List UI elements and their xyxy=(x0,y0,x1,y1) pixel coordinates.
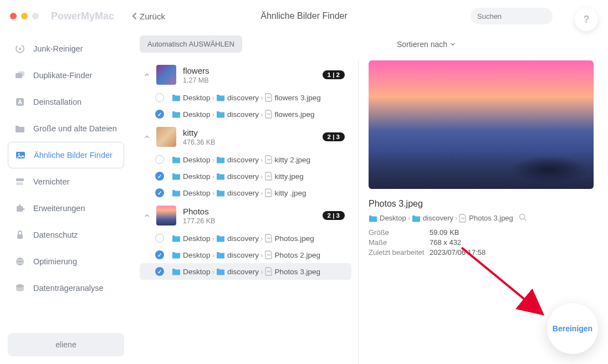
sidebar-item-extensions[interactable]: Erweiterungen xyxy=(8,195,124,222)
group-header[interactable]: Photos 177.26 KB 2 | 3 xyxy=(140,201,351,230)
svg-rect-5 xyxy=(18,71,24,76)
file-row[interactable]: Desktop›discovery›kitty.jpeg xyxy=(140,168,351,184)
file-checkbox[interactable] xyxy=(155,250,164,259)
file-checkbox[interactable] xyxy=(155,155,164,164)
path-segment: discovery xyxy=(227,268,259,276)
file-icon xyxy=(265,234,273,243)
sidebar-item-junk-cleaner[interactable]: Junk-Reiniger xyxy=(8,35,124,62)
group-info: kitty 476.36 KB xyxy=(183,128,323,146)
crumb-separator: › xyxy=(212,268,215,276)
folder-icon xyxy=(172,94,181,101)
file-row[interactable]: Desktop›discovery›kitty .jpeg xyxy=(140,184,351,201)
back-label: Zurück xyxy=(140,12,165,21)
path-segment: discovery xyxy=(423,214,453,222)
detail-metadata: Größe 59.09 KB Maße 768 x 432 Zuletzt be… xyxy=(369,228,594,257)
path-segment: Desktop xyxy=(183,251,211,259)
crumb-separator: › xyxy=(260,110,263,119)
crumb-separator: › xyxy=(212,94,215,102)
file-name: kitty .jpeg xyxy=(275,189,306,197)
file-checkbox[interactable] xyxy=(155,188,164,197)
chevron-up-icon[interactable] xyxy=(142,71,152,78)
back-button[interactable]: Zurück xyxy=(132,12,165,21)
sidebar-item-optimization[interactable]: Optimierung xyxy=(8,248,124,275)
group-badge: 2 | 3 xyxy=(323,211,345,220)
sidebar-item-label: Junk-Reiniger xyxy=(33,44,83,53)
folder-icon xyxy=(216,156,225,163)
sidebar-item-label: Deinstallation xyxy=(33,98,81,106)
file-name: Photos.jpeg xyxy=(275,234,314,243)
results-list[interactable]: flowers 1.27 MB 1 | 2Desktop›discovery›f… xyxy=(140,60,351,364)
crumb-separator: › xyxy=(212,251,215,259)
sidebar: Junk-Reiniger Duplikate-Finder A Deinsta… xyxy=(0,32,132,364)
user-account-button[interactable]: eliene xyxy=(8,333,124,356)
file-checkbox[interactable] xyxy=(155,110,164,119)
svg-point-16 xyxy=(16,258,24,265)
traffic-lights xyxy=(10,13,39,19)
sidebar-item-disk-analysis[interactable]: Datenträgeranalyse xyxy=(8,275,124,301)
search-box[interactable] xyxy=(471,8,553,24)
file-checkbox[interactable] xyxy=(155,234,164,243)
chevron-up-icon[interactable] xyxy=(142,212,152,219)
sidebar-item-shredder[interactable]: Vernichter xyxy=(8,168,124,195)
file-row[interactable]: Desktop›discovery›flowers 3.jpeg xyxy=(140,89,351,106)
path-segment: Photos 3.jpeg xyxy=(469,214,513,222)
file-checkbox[interactable] xyxy=(155,93,164,102)
group-size: 177.26 KB xyxy=(183,217,323,225)
auto-select-button[interactable]: Automatisch AUSWÄHLEN xyxy=(140,35,242,53)
chevron-left-icon xyxy=(132,12,137,20)
detail-filename: Photos 3.jpeg xyxy=(369,199,594,209)
path-segment: discovery xyxy=(227,172,259,181)
file-name: kitty 2.jpeg xyxy=(275,156,311,164)
gauge-icon xyxy=(14,43,25,54)
svg-point-9 xyxy=(18,153,20,155)
toolbar: Automatisch AUSWÄHLEN Sortieren nach xyxy=(132,35,608,60)
file-row[interactable]: Desktop›discovery›kitty 2.jpeg xyxy=(140,151,351,168)
file-row[interactable]: Desktop›discovery›Photos.jpeg xyxy=(140,230,351,247)
sidebar-item-similar-images[interactable]: Ähnliche Bilder Finder xyxy=(8,142,124,168)
sidebar-item-privacy[interactable]: Datenschutz xyxy=(8,222,124,248)
search-input[interactable] xyxy=(477,12,570,20)
path-segment: discovery xyxy=(227,156,259,164)
folder-icon xyxy=(14,123,25,134)
sort-by-button[interactable]: Sortieren nach xyxy=(397,40,456,49)
folder-icon xyxy=(216,268,225,275)
crumb-separator: › xyxy=(260,268,263,276)
group-size: 1.27 MB xyxy=(183,76,323,84)
crumb-separator: › xyxy=(408,214,410,222)
close-window-button[interactable] xyxy=(10,13,17,19)
file-icon xyxy=(265,250,273,259)
help-button[interactable]: ? xyxy=(575,8,598,31)
group-header[interactable]: flowers 1.27 MB 1 | 2 xyxy=(140,60,351,89)
folder-icon xyxy=(172,189,181,197)
file-row[interactable]: Desktop›discovery›flowers.jpeg xyxy=(140,106,351,122)
globe-icon xyxy=(14,256,25,267)
chevron-up-icon[interactable] xyxy=(142,134,152,140)
sidebar-item-large-old-files[interactable]: Große und alte Dateien xyxy=(8,115,124,142)
file-row[interactable]: Desktop›discovery›Photos 3.jpeg xyxy=(140,263,351,280)
file-row[interactable]: Desktop›discovery›Photos 2.jpeg xyxy=(140,247,351,263)
clean-button[interactable]: Bereinigen xyxy=(547,303,598,354)
sidebar-item-duplicate-finder[interactable]: Duplikate-Finder xyxy=(8,62,124,89)
minimize-window-button[interactable] xyxy=(21,13,28,19)
folder-icon xyxy=(412,214,421,222)
file-name: Photos 3.jpeg xyxy=(275,268,321,276)
sidebar-item-label: Erweiterungen xyxy=(33,204,85,213)
crumb-separator: › xyxy=(455,214,457,222)
group-name: flowers xyxy=(183,66,323,75)
group-thumbnail xyxy=(156,127,176,147)
file-checkbox[interactable] xyxy=(155,172,164,181)
svg-rect-10 xyxy=(16,178,24,181)
sidebar-item-label: Duplikate-Finder xyxy=(33,71,92,80)
meta-size-value: 59.09 KB xyxy=(430,228,594,237)
file-checkbox[interactable] xyxy=(155,267,164,276)
sidebar-item-label: Große und alte Dateien xyxy=(33,124,117,133)
group-header[interactable]: kitty 476.36 KB 2 | 3 xyxy=(140,122,351,151)
reveal-in-finder-button[interactable] xyxy=(519,213,527,223)
puzzle-icon xyxy=(14,203,25,214)
path-segment: discovery xyxy=(227,189,259,197)
maximize-window-button[interactable] xyxy=(32,13,39,19)
sort-by-label: Sortieren nach xyxy=(397,40,447,49)
sidebar-item-uninstall[interactable]: A Deinstallation xyxy=(8,89,124,115)
group-thumbnail xyxy=(156,206,176,225)
folder-icon xyxy=(216,172,225,180)
